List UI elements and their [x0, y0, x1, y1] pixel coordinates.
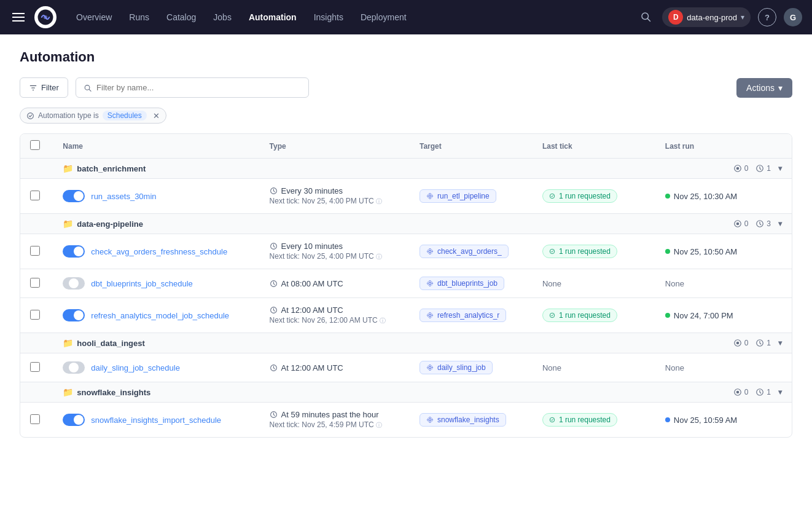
search-input[interactable]: [96, 83, 301, 92]
target-chip[interactable]: refresh_analytics_r: [420, 309, 506, 322]
schedule-toggle[interactable]: [63, 414, 85, 426]
schedule-clock-icon: [270, 187, 278, 195]
svg-point-62: [427, 417, 432, 422]
run-dot-green: [665, 249, 670, 254]
svg-point-26: [427, 249, 432, 254]
row-last-run-cell: Nov 25, 10:30 AM: [655, 179, 792, 214]
schedule-toggle[interactable]: [63, 277, 85, 290]
select-all-checkbox[interactable]: [30, 140, 40, 150]
svg-line-8: [89, 89, 91, 91]
schedule-clock-icon: [270, 364, 278, 372]
svg-point-31: [550, 249, 555, 254]
info-icon[interactable]: ⓘ: [376, 422, 382, 428]
svg-line-3: [648, 18, 650, 21]
last-run-none: None: [665, 279, 684, 288]
row-checkbox[interactable]: [30, 246, 40, 256]
row-name-cell: run_assets_30min: [53, 179, 259, 214]
svg-point-33: [429, 282, 431, 285]
row-last-run-cell: None: [655, 269, 792, 298]
group-expand-icon[interactable]: ▾: [778, 219, 782, 228]
search-box: [76, 77, 309, 98]
table-row: dbt_blueprints_job_schedule At 08:00 AM …: [20, 269, 792, 298]
target-chip[interactable]: dbt_blueprints_job: [420, 277, 504, 290]
svg-point-46: [550, 313, 555, 318]
row-checkbox-cell: [20, 179, 53, 214]
schedule-name[interactable]: daily_sling_job_schedule: [91, 363, 180, 372]
hamburger-menu[interactable]: [10, 10, 27, 24]
svg-point-34: [427, 281, 432, 286]
info-icon[interactable]: ⓘ: [376, 198, 382, 205]
schedule-name[interactable]: check_avg_orders_freshness_schdule: [91, 247, 227, 256]
radio-icon: [733, 339, 742, 347]
target-chip[interactable]: snowflake_insights: [420, 413, 506, 427]
filter-button[interactable]: Filter: [20, 77, 68, 98]
schedule-clock-icon: [270, 280, 278, 288]
row-checkbox[interactable]: [30, 278, 40, 288]
svg-point-67: [550, 417, 555, 422]
nav-jobs[interactable]: Jobs: [206, 7, 239, 27]
actions-button[interactable]: Actions ▾: [736, 78, 792, 98]
svg-point-25: [429, 250, 431, 253]
automation-table: Name Type Target Last tick Last run 📁 ba…: [20, 133, 792, 438]
table-row: check_avg_orders_freshness_schdule Every…: [20, 234, 792, 269]
row-target-cell: snowflake_insights: [410, 403, 533, 438]
help-button[interactable]: ?: [758, 8, 776, 26]
row-target-cell: check_avg_orders_: [410, 234, 533, 269]
toolbar: Filter Actions ▾: [20, 77, 792, 98]
last-tick-header: Last tick: [533, 134, 655, 159]
row-checkbox[interactable]: [30, 310, 40, 320]
nav-insights[interactable]: Insights: [306, 7, 351, 27]
clock-icon: [755, 219, 764, 228]
target-icon: [426, 364, 434, 371]
schedule-name[interactable]: dbt_blueprints_job_schedule: [91, 279, 193, 288]
group-expand-icon[interactable]: ▾: [778, 388, 782, 396]
user-avatar[interactable]: G: [784, 8, 802, 26]
target-chip[interactable]: run_etl_pipeline: [420, 189, 496, 203]
row-checkbox[interactable]: [30, 414, 40, 424]
target-icon: [426, 416, 434, 423]
run-dot-green: [665, 194, 670, 199]
group-expand-icon[interactable]: ▾: [778, 164, 782, 173]
table-row: daily_sling_job_schedule At 12:00 AM UTC…: [20, 353, 792, 382]
info-icon[interactable]: ⓘ: [376, 253, 382, 260]
check-circle-icon: [549, 248, 555, 254]
info-icon[interactable]: ⓘ: [380, 317, 386, 324]
schedule-name[interactable]: run_assets_30min: [91, 192, 156, 201]
nav-catalog[interactable]: Catalog: [159, 7, 203, 27]
svg-point-1: [44, 15, 47, 19]
target-chip[interactable]: check_avg_orders_: [420, 245, 509, 258]
svg-point-40: [429, 314, 431, 317]
row-last-tick-cell: 1 run requested: [533, 403, 655, 438]
schedule-name[interactable]: snowflake_insights_import_schedule: [91, 416, 221, 425]
nav-automation[interactable]: Automation: [241, 7, 304, 27]
schedule-clock-icon: [270, 411, 278, 419]
row-name-cell: snowflake_insights_import_schedule: [53, 403, 259, 438]
next-tick: Next tick: Nov 25, 4:59 PM UTC ⓘ: [270, 420, 400, 430]
svg-point-14: [429, 195, 431, 197]
search-button[interactable]: [636, 7, 655, 28]
top-nav: Overview Runs Catalog Jobs Automation In…: [0, 0, 812, 34]
schedule-toggle[interactable]: [63, 245, 85, 258]
row-checkbox[interactable]: [30, 191, 40, 200]
row-last-run-cell: Nov 25, 10:59 AM: [655, 403, 792, 438]
svg-point-11: [736, 167, 739, 170]
schedule-toggle[interactable]: [63, 309, 85, 321]
nav-deployment[interactable]: Deployment: [353, 7, 414, 27]
schedule-toggle[interactable]: [63, 190, 85, 202]
target-chip[interactable]: daily_sling_job: [420, 361, 493, 374]
group-expand-icon[interactable]: ▾: [778, 339, 782, 347]
nav-overview[interactable]: Overview: [69, 7, 119, 27]
group-row: 📁 data-eng-pipeline 0 3 ▾: [20, 214, 792, 234]
last-tick-badge: 1 run requested: [542, 245, 617, 258]
last-run-value: Nov 25, 10:30 AM: [674, 192, 737, 201]
row-checkbox[interactable]: [30, 362, 40, 372]
row-target-cell: daily_sling_job: [410, 353, 533, 382]
nav-runs[interactable]: Runs: [122, 7, 157, 27]
schedule-name[interactable]: refresh_analytics_model_job_schedule: [91, 311, 229, 320]
workspace-selector[interactable]: D data-eng-prod ▾: [662, 7, 751, 27]
folder-icon: 📁: [63, 387, 73, 397]
next-tick: Next tick: Nov 25, 4:00 PM UTC ⓘ: [270, 252, 400, 261]
filter-tag-close[interactable]: ✕: [153, 111, 160, 120]
name-header: Name: [53, 134, 259, 159]
schedule-toggle[interactable]: [63, 361, 85, 374]
